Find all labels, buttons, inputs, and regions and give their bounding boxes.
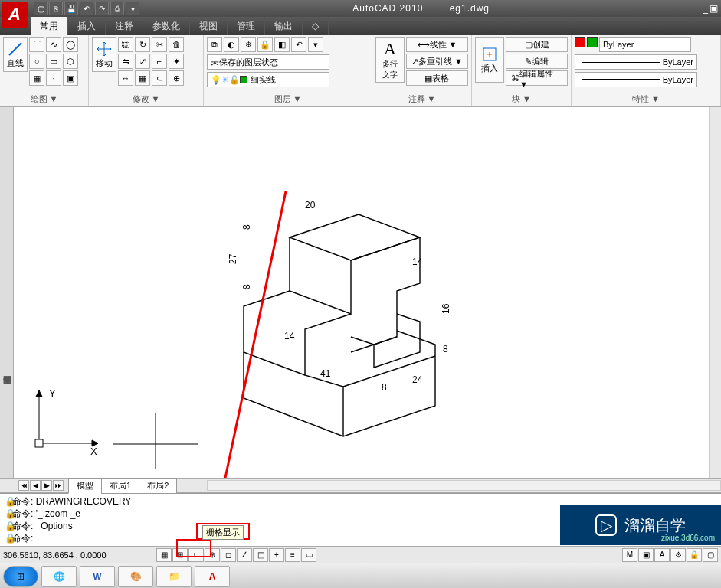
- tab-layout2[interactable]: 布局2: [139, 478, 177, 494]
- erase-icon[interactable]: 🗑: [169, 37, 184, 52]
- panel-layer-label: 图层 ▼: [207, 93, 369, 106]
- qp-toggle[interactable]: ▭: [301, 548, 316, 562]
- qat-more-icon[interactable]: ▾: [126, 2, 139, 15]
- workspace-icon[interactable]: ⚙: [670, 548, 686, 562]
- watermark: ▷ 溜溜自学 zixue.3d66.com: [560, 505, 721, 545]
- paint-task-icon[interactable]: 🎨: [118, 566, 153, 587]
- line-button[interactable]: 直线: [3, 37, 28, 72]
- mleader-button[interactable]: ↗ 多重引线 ▼: [406, 54, 468, 69]
- mirror-icon[interactable]: ⇋: [118, 54, 133, 69]
- horizontal-scrollbar[interactable]: [207, 480, 721, 491]
- layer-prev-icon[interactable]: ↶: [291, 37, 306, 52]
- tab-insert[interactable]: 插入: [68, 17, 106, 35]
- recovery-sidebar[interactable]: 图形修复管理器: [0, 107, 14, 478]
- rotate-icon[interactable]: ↻: [135, 37, 150, 52]
- panel-properties: ByLayer ByLayer ByLayer 特性 ▼: [572, 35, 721, 106]
- stretch-icon[interactable]: ↔: [118, 70, 133, 86]
- color-red-icon[interactable]: [575, 37, 585, 47]
- qat-save-icon[interactable]: 💾: [64, 2, 78, 15]
- lock-ui-icon[interactable]: 🔒: [687, 548, 702, 562]
- restore-icon[interactable]: ▣: [710, 3, 718, 14]
- snap-toggle[interactable]: ▦: [156, 548, 172, 562]
- offset-icon[interactable]: ⊂: [152, 70, 167, 86]
- qat-new-icon[interactable]: ▢: [34, 2, 48, 15]
- file-name: eg1.dwg: [450, 3, 490, 14]
- tab-nav-next-icon[interactable]: ▶: [41, 480, 52, 491]
- svg-text:14: 14: [284, 331, 295, 341]
- otrack-toggle[interactable]: ∠: [237, 548, 252, 562]
- qat-redo-icon[interactable]: ↷: [95, 2, 109, 15]
- mtext-button[interactable]: A 多行 文字: [375, 37, 405, 83]
- ellipse-icon[interactable]: ◯: [63, 37, 78, 52]
- start-button[interactable]: ⊞: [3, 566, 38, 587]
- qat-open-icon[interactable]: ⎘: [49, 2, 63, 15]
- tab-nav-first-icon[interactable]: ⏮: [18, 480, 29, 491]
- explorer-task-icon[interactable]: 📁: [156, 566, 192, 587]
- annoscale-icon[interactable]: A: [654, 548, 670, 562]
- minimize-icon[interactable]: _: [703, 3, 708, 14]
- color-green-icon[interactable]: [587, 37, 598, 47]
- block-create-button[interactable]: ▢ 创建: [506, 37, 568, 52]
- tab-view[interactable]: 视图: [190, 17, 228, 35]
- block-attr-button[interactable]: ⌘ 编辑属性 ▼: [506, 70, 568, 86]
- qat-undo-icon[interactable]: ↶: [80, 2, 93, 15]
- move-button[interactable]: 移动: [92, 37, 116, 72]
- array-icon[interactable]: ▦: [135, 70, 150, 86]
- dyn-toggle[interactable]: +: [269, 548, 284, 562]
- dim-linear-button[interactable]: ⟷ 线性 ▼: [406, 37, 468, 52]
- tab-apps[interactable]: ◇: [303, 17, 329, 35]
- tab-nav-prev-icon[interactable]: ◀: [30, 480, 41, 491]
- hatch-icon[interactable]: ▦: [29, 70, 44, 86]
- word-task-icon[interactable]: W: [80, 566, 115, 587]
- panel-annotation-label: 注释 ▼: [375, 93, 468, 106]
- tab-home[interactable]: 常用: [31, 17, 68, 35]
- autocad-task-icon[interactable]: A: [195, 566, 230, 587]
- quickview-icon[interactable]: ▣: [638, 548, 654, 562]
- layer-props-icon[interactable]: ⧉: [207, 37, 222, 52]
- fillet-icon[interactable]: ⌐: [152, 54, 167, 69]
- block-insert-button[interactable]: 插入: [475, 37, 504, 83]
- browser-task-icon[interactable]: 🌐: [41, 566, 77, 587]
- layer-off-icon[interactable]: ◐: [224, 37, 239, 52]
- tab-annotate[interactable]: 注释: [106, 17, 143, 35]
- tab-model[interactable]: 模型: [68, 478, 102, 494]
- layer-state-combo[interactable]: 未保存的图层状态: [207, 54, 329, 70]
- explode-icon[interactable]: ✦: [169, 54, 184, 69]
- layer-more-icon[interactable]: ▾: [308, 37, 323, 52]
- circle-icon[interactable]: ○: [29, 54, 44, 69]
- color-combo[interactable]: ByLayer: [599, 37, 691, 52]
- cleanscreen-icon[interactable]: ▢: [703, 548, 718, 562]
- osnap-toggle[interactable]: ◻: [221, 548, 236, 562]
- ducs-toggle[interactable]: ◫: [253, 548, 268, 562]
- layer-lock-icon[interactable]: 🔒: [257, 37, 273, 52]
- polygon-icon[interactable]: ⬡: [63, 54, 78, 69]
- scale-icon[interactable]: ⤢: [135, 54, 150, 69]
- layer-current-combo[interactable]: 💡☀🔓 细实线: [207, 72, 329, 87]
- rect-icon[interactable]: ▭: [46, 54, 61, 69]
- layer-freeze-icon[interactable]: ❄: [241, 37, 256, 52]
- arc-icon[interactable]: ⌒: [29, 37, 44, 52]
- spline-icon[interactable]: ∿: [46, 37, 61, 52]
- panel-draw: 直线 ⌒∿◯ ○▭⬡ ▦·▣ 绘图 ▼: [0, 35, 89, 106]
- drawing-canvas[interactable]: Y X 20: [14, 107, 709, 478]
- layer-iso-icon[interactable]: ◧: [274, 37, 290, 52]
- join-icon[interactable]: ⊕: [169, 70, 184, 86]
- trim-icon[interactable]: ✂: [152, 37, 167, 52]
- copy-icon[interactable]: ⿻: [118, 37, 133, 52]
- model-button[interactable]: M: [622, 548, 637, 562]
- tab-manage[interactable]: 管理: [228, 17, 265, 35]
- qat-print-icon[interactable]: ⎙: [110, 2, 124, 15]
- linetype-combo[interactable]: ByLayer: [575, 54, 697, 70]
- app-menu-button[interactable]: A: [2, 2, 28, 28]
- tab-layout1[interactable]: 布局1: [101, 478, 139, 494]
- block-edit-button[interactable]: ✎ 编辑: [506, 54, 568, 69]
- tab-parametric[interactable]: 参数化: [143, 17, 190, 35]
- table-button[interactable]: ▦ 表格: [406, 70, 468, 86]
- point-icon[interactable]: ·: [46, 70, 61, 86]
- region-icon[interactable]: ▣: [63, 70, 78, 86]
- lineweight-combo[interactable]: ByLayer: [575, 72, 697, 87]
- tab-output[interactable]: 输出: [265, 17, 303, 35]
- tab-nav-last-icon[interactable]: ⏭: [53, 480, 64, 491]
- lwt-toggle[interactable]: ≡: [285, 548, 300, 562]
- vertical-scrollbar[interactable]: [709, 107, 721, 478]
